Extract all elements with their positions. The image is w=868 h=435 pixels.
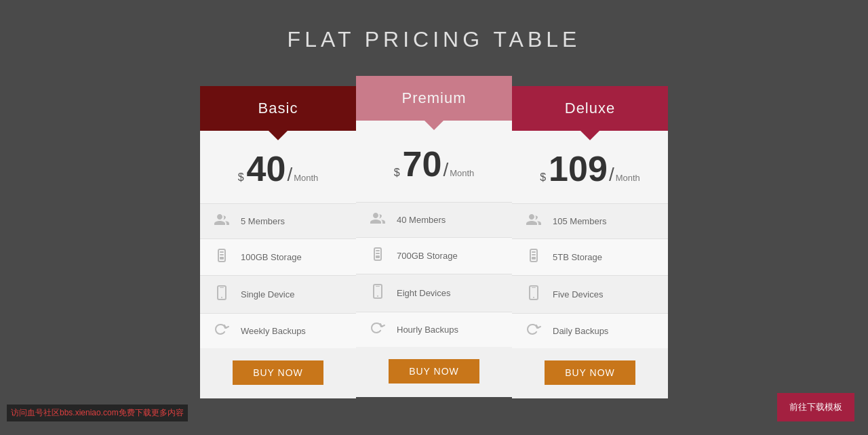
list-item: 105 Members [512, 203, 668, 239]
device-icon [523, 285, 545, 304]
members-icon [211, 213, 233, 229]
plan-premium: Premium $ 70 / Month 40 Members [356, 76, 512, 397]
plan-basic-period: Month [294, 173, 318, 183]
watermark: 访问血号社区bbs.xieniao.com免费下载更多内容 [7, 405, 188, 421]
svg-rect-6 [220, 287, 224, 288]
plan-deluxe-title: Deluxe [565, 100, 615, 117]
plan-premium-device: Eight Devices [397, 288, 450, 298]
svg-rect-15 [532, 251, 536, 253]
plan-deluxe-slash: / [609, 164, 614, 186]
svg-rect-3 [220, 257, 224, 260]
list-item: 5TB Storage [512, 239, 668, 275]
plan-deluxe-header: Deluxe [512, 86, 668, 131]
plan-basic-backup: Weekly Backups [241, 326, 306, 336]
plan-deluxe-price: $ 109 / Month [512, 131, 668, 203]
download-template-button[interactable]: 前往下载模板 [777, 393, 854, 421]
plan-deluxe-buy-button[interactable]: Buy Now [545, 360, 635, 385]
list-item: 700GB Storage [356, 237, 512, 274]
plan-deluxe-amount: 109 [549, 151, 608, 186]
plan-deluxe-features: 105 Members 5TB Storage [512, 203, 668, 348]
svg-rect-20 [532, 287, 536, 288]
svg-rect-10 [376, 255, 380, 258]
plan-deluxe-storage: 5TB Storage [553, 252, 602, 262]
plan-basic-members: 5 Members [241, 216, 285, 226]
svg-rect-13 [376, 286, 380, 287]
svg-rect-2 [220, 254, 224, 255]
svg-point-19 [533, 297, 534, 298]
svg-point-5 [221, 297, 222, 298]
list-item: 5 Members [200, 203, 356, 239]
plan-premium-header: Premium [356, 76, 512, 121]
svg-rect-9 [376, 253, 380, 254]
members-icon [523, 213, 545, 229]
list-item: Hourly Backups [356, 312, 512, 347]
page-title: FLAT PRICING TABLE [288, 27, 581, 52]
members-icon [367, 212, 389, 228]
list-item: Daily Backups [512, 313, 668, 348]
plan-basic-slash: / [287, 164, 292, 186]
storage-icon [523, 249, 545, 266]
plan-basic-price: $ 40 / Month [200, 131, 356, 203]
plan-basic-buy-button[interactable]: Buy Now [233, 360, 323, 385]
plan-basic-footer: Buy Now [200, 348, 356, 398]
plan-basic-header: Basic [200, 86, 356, 131]
plan-basic-currency: $ [238, 171, 244, 184]
plan-premium-period: Month [450, 168, 474, 178]
plan-premium-amount: 70 [403, 146, 442, 182]
backup-icon [367, 322, 389, 337]
pricing-table: Basic $ 40 / Month 5 Members [200, 86, 668, 398]
device-icon [367, 284, 389, 302]
plan-premium-storage: 700GB Storage [397, 251, 458, 261]
svg-rect-17 [532, 257, 536, 260]
list-item: Five Devices [512, 275, 668, 313]
plan-premium-currency: $ [394, 167, 400, 179]
plan-basic-storage: 100GB Storage [241, 252, 302, 262]
svg-rect-16 [532, 254, 536, 255]
plan-deluxe-backup: Daily Backups [553, 326, 608, 336]
svg-rect-8 [376, 250, 380, 251]
plan-premium-price: $ 70 / Month [356, 121, 512, 202]
list-item: 100GB Storage [200, 239, 356, 275]
storage-icon [211, 249, 233, 266]
plan-premium-buy-button[interactable]: Buy Now [389, 359, 479, 384]
plan-premium-backup: Hourly Backups [397, 325, 458, 335]
plan-deluxe-currency: $ [540, 171, 546, 184]
plan-deluxe-members: 105 Members [553, 216, 606, 226]
plan-premium-features: 40 Members 700GB Storage [356, 202, 512, 347]
plan-deluxe-footer: Buy Now [512, 348, 668, 398]
list-item: Single Device [200, 275, 356, 313]
device-icon [211, 285, 233, 304]
plan-deluxe-period: Month [616, 173, 640, 183]
svg-rect-1 [220, 251, 224, 253]
plan-basic-device: Single Device [241, 289, 295, 299]
list-item: 40 Members [356, 202, 512, 237]
list-item: Eight Devices [356, 274, 512, 312]
backup-icon [523, 323, 545, 339]
plan-premium-title: Premium [401, 89, 466, 106]
svg-point-12 [377, 295, 378, 297]
plan-basic: Basic $ 40 / Month 5 Members [200, 86, 356, 398]
plan-deluxe: Deluxe $ 109 / Month 105 Members [512, 86, 668, 398]
plan-premium-slash: / [443, 159, 448, 181]
plan-basic-amount: 40 [247, 151, 286, 186]
list-item: Weekly Backups [200, 313, 356, 348]
plan-basic-features: 5 Members 100GB Storage [200, 203, 356, 348]
backup-icon [211, 323, 233, 339]
plan-deluxe-device: Five Devices [553, 289, 603, 299]
plan-premium-members: 40 Members [397, 215, 446, 225]
plan-basic-title: Basic [258, 100, 298, 117]
storage-icon [367, 247, 389, 264]
plan-premium-footer: Buy Now [356, 347, 512, 397]
